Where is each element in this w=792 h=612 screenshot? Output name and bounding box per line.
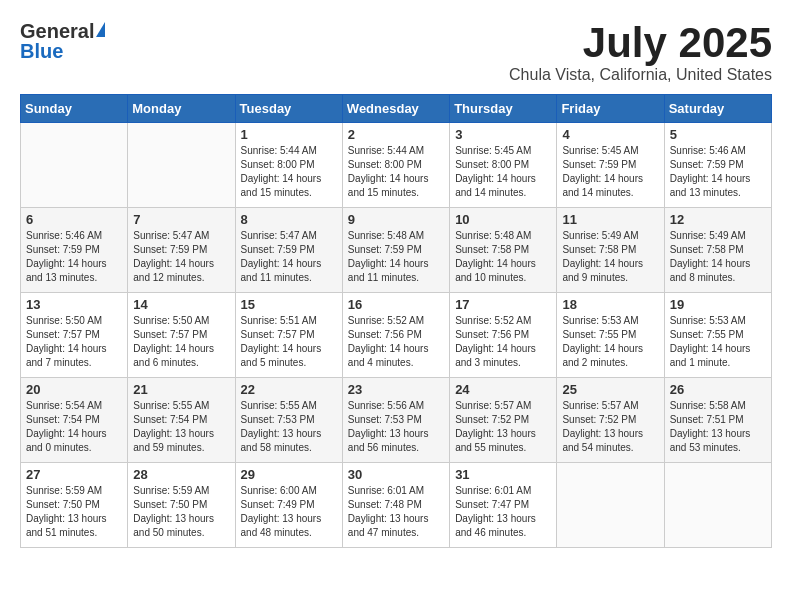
calendar-cell: 18Sunrise: 5:53 AM Sunset: 7:55 PM Dayli… (557, 293, 664, 378)
day-info: Sunrise: 5:44 AM Sunset: 8:00 PM Dayligh… (348, 144, 444, 200)
day-number: 10 (455, 212, 551, 227)
calendar-cell: 31Sunrise: 6:01 AM Sunset: 7:47 PM Dayli… (450, 463, 557, 548)
calendar-week-row: 20Sunrise: 5:54 AM Sunset: 7:54 PM Dayli… (21, 378, 772, 463)
day-number: 9 (348, 212, 444, 227)
calendar-cell: 15Sunrise: 5:51 AM Sunset: 7:57 PM Dayli… (235, 293, 342, 378)
title-section: July 2025 Chula Vista, California, Unite… (509, 20, 772, 84)
day-info: Sunrise: 5:57 AM Sunset: 7:52 PM Dayligh… (455, 399, 551, 455)
calendar-cell: 30Sunrise: 6:01 AM Sunset: 7:48 PM Dayli… (342, 463, 449, 548)
calendar-cell: 29Sunrise: 6:00 AM Sunset: 7:49 PM Dayli… (235, 463, 342, 548)
day-number: 17 (455, 297, 551, 312)
calendar-cell: 22Sunrise: 5:55 AM Sunset: 7:53 PM Dayli… (235, 378, 342, 463)
page-header: General Blue July 2025 Chula Vista, Cali… (20, 20, 772, 84)
day-number: 20 (26, 382, 122, 397)
day-number: 23 (348, 382, 444, 397)
day-info: Sunrise: 5:52 AM Sunset: 7:56 PM Dayligh… (455, 314, 551, 370)
day-number: 27 (26, 467, 122, 482)
calendar-week-row: 6Sunrise: 5:46 AM Sunset: 7:59 PM Daylig… (21, 208, 772, 293)
calendar-cell: 28Sunrise: 5:59 AM Sunset: 7:50 PM Dayli… (128, 463, 235, 548)
logo: General Blue (20, 20, 105, 62)
location: Chula Vista, California, United States (509, 66, 772, 84)
day-info: Sunrise: 5:45 AM Sunset: 7:59 PM Dayligh… (562, 144, 658, 200)
weekday-header-friday: Friday (557, 95, 664, 123)
calendar-cell (21, 123, 128, 208)
day-number: 4 (562, 127, 658, 142)
day-number: 14 (133, 297, 229, 312)
day-number: 3 (455, 127, 551, 142)
day-info: Sunrise: 5:49 AM Sunset: 7:58 PM Dayligh… (670, 229, 766, 285)
day-info: Sunrise: 5:50 AM Sunset: 7:57 PM Dayligh… (26, 314, 122, 370)
day-info: Sunrise: 5:50 AM Sunset: 7:57 PM Dayligh… (133, 314, 229, 370)
calendar-table: SundayMondayTuesdayWednesdayThursdayFrid… (20, 94, 772, 548)
day-number: 6 (26, 212, 122, 227)
calendar-cell: 20Sunrise: 5:54 AM Sunset: 7:54 PM Dayli… (21, 378, 128, 463)
day-number: 22 (241, 382, 337, 397)
day-number: 8 (241, 212, 337, 227)
day-number: 19 (670, 297, 766, 312)
day-number: 13 (26, 297, 122, 312)
calendar-cell: 26Sunrise: 5:58 AM Sunset: 7:51 PM Dayli… (664, 378, 771, 463)
day-info: Sunrise: 5:55 AM Sunset: 7:53 PM Dayligh… (241, 399, 337, 455)
calendar-cell: 11Sunrise: 5:49 AM Sunset: 7:58 PM Dayli… (557, 208, 664, 293)
calendar-cell: 5Sunrise: 5:46 AM Sunset: 7:59 PM Daylig… (664, 123, 771, 208)
logo-arrow-icon (96, 22, 105, 37)
day-info: Sunrise: 5:47 AM Sunset: 7:59 PM Dayligh… (241, 229, 337, 285)
calendar-cell: 7Sunrise: 5:47 AM Sunset: 7:59 PM Daylig… (128, 208, 235, 293)
day-info: Sunrise: 5:53 AM Sunset: 7:55 PM Dayligh… (670, 314, 766, 370)
calendar-cell: 9Sunrise: 5:48 AM Sunset: 7:59 PM Daylig… (342, 208, 449, 293)
day-info: Sunrise: 5:55 AM Sunset: 7:54 PM Dayligh… (133, 399, 229, 455)
weekday-header-thursday: Thursday (450, 95, 557, 123)
calendar-header-row: SundayMondayTuesdayWednesdayThursdayFrid… (21, 95, 772, 123)
calendar-cell: 27Sunrise: 5:59 AM Sunset: 7:50 PM Dayli… (21, 463, 128, 548)
logo-general: General (20, 20, 94, 42)
calendar-cell: 21Sunrise: 5:55 AM Sunset: 7:54 PM Dayli… (128, 378, 235, 463)
day-number: 1 (241, 127, 337, 142)
calendar-week-row: 13Sunrise: 5:50 AM Sunset: 7:57 PM Dayli… (21, 293, 772, 378)
day-info: Sunrise: 5:58 AM Sunset: 7:51 PM Dayligh… (670, 399, 766, 455)
day-number: 28 (133, 467, 229, 482)
calendar-week-row: 1Sunrise: 5:44 AM Sunset: 8:00 PM Daylig… (21, 123, 772, 208)
day-info: Sunrise: 5:45 AM Sunset: 8:00 PM Dayligh… (455, 144, 551, 200)
calendar-cell: 6Sunrise: 5:46 AM Sunset: 7:59 PM Daylig… (21, 208, 128, 293)
calendar-cell: 13Sunrise: 5:50 AM Sunset: 7:57 PM Dayli… (21, 293, 128, 378)
day-number: 15 (241, 297, 337, 312)
day-info: Sunrise: 5:53 AM Sunset: 7:55 PM Dayligh… (562, 314, 658, 370)
day-number: 30 (348, 467, 444, 482)
day-info: Sunrise: 5:47 AM Sunset: 7:59 PM Dayligh… (133, 229, 229, 285)
day-info: Sunrise: 6:00 AM Sunset: 7:49 PM Dayligh… (241, 484, 337, 540)
month-title: July 2025 (509, 20, 772, 66)
day-info: Sunrise: 5:48 AM Sunset: 7:58 PM Dayligh… (455, 229, 551, 285)
day-info: Sunrise: 5:46 AM Sunset: 7:59 PM Dayligh… (26, 229, 122, 285)
calendar-cell: 16Sunrise: 5:52 AM Sunset: 7:56 PM Dayli… (342, 293, 449, 378)
calendar-cell: 19Sunrise: 5:53 AM Sunset: 7:55 PM Dayli… (664, 293, 771, 378)
day-number: 18 (562, 297, 658, 312)
day-info: Sunrise: 6:01 AM Sunset: 7:48 PM Dayligh… (348, 484, 444, 540)
calendar-cell: 14Sunrise: 5:50 AM Sunset: 7:57 PM Dayli… (128, 293, 235, 378)
calendar-cell: 12Sunrise: 5:49 AM Sunset: 7:58 PM Dayli… (664, 208, 771, 293)
calendar-cell (128, 123, 235, 208)
day-info: Sunrise: 5:49 AM Sunset: 7:58 PM Dayligh… (562, 229, 658, 285)
day-number: 12 (670, 212, 766, 227)
day-info: Sunrise: 5:57 AM Sunset: 7:52 PM Dayligh… (562, 399, 658, 455)
day-number: 7 (133, 212, 229, 227)
day-number: 31 (455, 467, 551, 482)
calendar-cell: 8Sunrise: 5:47 AM Sunset: 7:59 PM Daylig… (235, 208, 342, 293)
day-number: 25 (562, 382, 658, 397)
calendar-cell: 24Sunrise: 5:57 AM Sunset: 7:52 PM Dayli… (450, 378, 557, 463)
weekday-header-sunday: Sunday (21, 95, 128, 123)
calendar-cell (664, 463, 771, 548)
day-number: 29 (241, 467, 337, 482)
day-number: 11 (562, 212, 658, 227)
logo-blue: Blue (20, 40, 105, 62)
calendar-cell: 23Sunrise: 5:56 AM Sunset: 7:53 PM Dayli… (342, 378, 449, 463)
calendar-cell: 3Sunrise: 5:45 AM Sunset: 8:00 PM Daylig… (450, 123, 557, 208)
day-info: Sunrise: 5:56 AM Sunset: 7:53 PM Dayligh… (348, 399, 444, 455)
day-info: Sunrise: 5:51 AM Sunset: 7:57 PM Dayligh… (241, 314, 337, 370)
calendar-cell: 25Sunrise: 5:57 AM Sunset: 7:52 PM Dayli… (557, 378, 664, 463)
calendar-cell: 10Sunrise: 5:48 AM Sunset: 7:58 PM Dayli… (450, 208, 557, 293)
calendar-cell: 2Sunrise: 5:44 AM Sunset: 8:00 PM Daylig… (342, 123, 449, 208)
day-info: Sunrise: 5:52 AM Sunset: 7:56 PM Dayligh… (348, 314, 444, 370)
day-info: Sunrise: 5:48 AM Sunset: 7:59 PM Dayligh… (348, 229, 444, 285)
calendar-cell: 17Sunrise: 5:52 AM Sunset: 7:56 PM Dayli… (450, 293, 557, 378)
day-info: Sunrise: 5:59 AM Sunset: 7:50 PM Dayligh… (26, 484, 122, 540)
